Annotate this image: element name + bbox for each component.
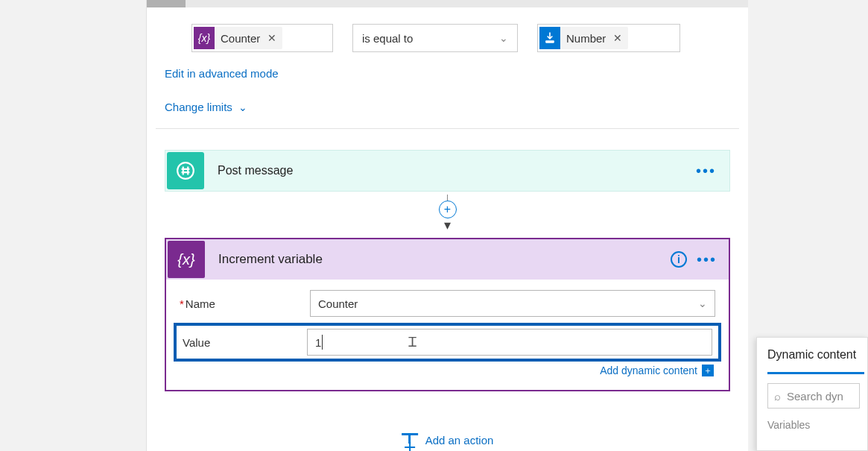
hash-icon <box>167 152 204 189</box>
chip-remove-button[interactable]: ✕ <box>266 32 282 44</box>
active-tab-indicator <box>767 372 864 374</box>
section-header: Variables <box>767 419 867 431</box>
info-icon[interactable]: i <box>671 251 687 268</box>
search-placeholder: Search dyn <box>787 390 843 403</box>
add-action-icon <box>402 433 418 447</box>
post-message-card[interactable]: Post message ••• <box>165 150 730 192</box>
value-input[interactable]: 1 Ꮖ <box>307 329 712 356</box>
operator-label: is equal to <box>362 32 413 45</box>
search-icon: ⌕ <box>774 390 781 403</box>
value-text: 1 <box>315 336 321 349</box>
card-title: Post message <box>218 164 293 177</box>
plus-icon: ＋ <box>702 365 714 376</box>
number-icon <box>539 27 560 49</box>
condition-operator-select[interactable]: is equal to ⌄ <box>352 24 518 52</box>
chevron-down-icon: ⌄ <box>238 101 247 113</box>
svg-point-1 <box>177 163 194 179</box>
token-chip-number[interactable]: Number ✕ <box>539 27 628 49</box>
text-cursor-icon: Ꮖ <box>408 335 417 350</box>
dynamic-content-panel: Dynamic content ⌕ Search dyn Variables <box>756 337 868 451</box>
condition-left-operand[interactable]: {x} Counter ✕ <box>191 24 333 52</box>
value-label: Value <box>183 336 307 349</box>
chip-remove-button[interactable]: ✕ <box>612 32 628 44</box>
flow-canvas: {x} Counter ✕ is equal to ⌄ Number ✕ Edi… <box>146 0 748 451</box>
card-header[interactable]: {x} Increment variable i ••• <box>166 239 729 280</box>
more-menu-button[interactable]: ••• <box>697 251 717 268</box>
name-value: Counter <box>318 297 358 310</box>
insert-step-button[interactable]: + <box>439 201 457 218</box>
arrow-down-icon: ▾ <box>444 217 451 233</box>
chevron-down-icon: ⌄ <box>698 297 707 309</box>
name-field-row: *Name Counter ⌄ <box>180 288 715 318</box>
chip-label: Number <box>560 32 612 45</box>
chevron-down-icon: ⌄ <box>499 32 508 44</box>
token-chip-counter[interactable]: {x} Counter ✕ <box>194 27 282 49</box>
add-action-button[interactable]: Add an action <box>402 433 494 447</box>
edit-advanced-mode-link[interactable]: Edit in advanced mode <box>165 67 748 80</box>
svg-rect-0 <box>545 40 554 42</box>
name-select[interactable]: Counter ⌄ <box>310 290 715 317</box>
connector: + ▾ <box>147 195 748 233</box>
variable-icon: {x} <box>168 241 205 278</box>
increment-variable-card: {x} Increment variable i ••• *Name Count… <box>165 238 730 391</box>
variable-icon: {x} <box>194 27 215 49</box>
top-strip <box>147 0 748 7</box>
dynamic-search-input[interactable]: ⌕ Search dyn <box>767 383 860 409</box>
chip-label: Counter <box>215 32 266 45</box>
change-limits-link[interactable]: Change limits <box>165 101 232 113</box>
value-field-highlight: Value 1 Ꮖ <box>174 323 721 362</box>
condition-row: {x} Counter ✕ is equal to ⌄ Number ✕ <box>191 24 730 52</box>
add-dynamic-content-link[interactable]: Add dynamic content ＋ <box>166 365 714 376</box>
card-title: Increment variable <box>218 252 323 267</box>
name-label: *Name <box>180 297 310 310</box>
more-menu-button[interactable]: ••• <box>696 163 716 180</box>
divider <box>156 128 739 129</box>
condition-right-operand[interactable]: Number ✕ <box>537 24 680 52</box>
panel-title: Dynamic content <box>767 348 867 362</box>
text-caret <box>322 335 323 350</box>
top-strip-tab <box>147 0 186 7</box>
